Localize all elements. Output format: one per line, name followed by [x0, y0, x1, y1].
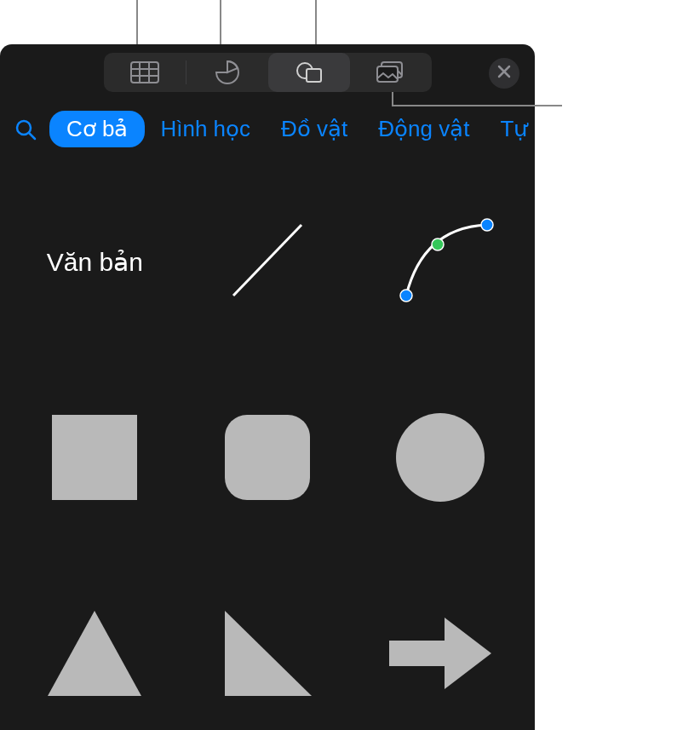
callout-line: [136, 0, 138, 44]
triangle-icon: [43, 606, 146, 700]
tab-basic[interactable]: Cơ bả: [49, 111, 145, 147]
svg-marker-22: [389, 618, 491, 689]
shape-triangle[interactable]: [35, 602, 154, 704]
close-icon: [497, 65, 511, 82]
toolbar-chart-button[interactable]: [186, 53, 268, 92]
svg-point-19: [396, 413, 485, 502]
line-icon: [216, 215, 318, 308]
svg-rect-18: [225, 415, 310, 500]
rounded-square-icon: [221, 411, 314, 504]
tab-nature[interactable]: Tự: [485, 111, 535, 147]
circle-icon: [393, 411, 487, 504]
close-button[interactable]: [489, 58, 519, 89]
insert-panel: Cơ bả Hình học Đồ vật Động vật Tự Văn bả…: [0, 44, 535, 730]
search-icon[interactable]: [14, 118, 37, 141]
callout-line: [392, 92, 393, 106]
right-triangle-icon: [218, 606, 316, 700]
tab-animals[interactable]: Động vật: [363, 111, 485, 147]
svg-marker-21: [225, 611, 312, 696]
shape-rounded-square[interactable]: [208, 406, 327, 509]
svg-point-14: [400, 290, 412, 302]
toolbar-image-button[interactable]: [350, 53, 432, 92]
shape-line[interactable]: [208, 210, 327, 313]
svg-marker-20: [48, 611, 141, 696]
image-icon: [376, 61, 406, 83]
svg-point-15: [481, 219, 493, 231]
toolbar: [0, 44, 535, 95]
shapes-grid: Văn bản: [0, 159, 535, 704]
svg-line-13: [233, 225, 301, 296]
shape-curve[interactable]: [381, 210, 500, 313]
text-shape-label: Văn bản: [47, 247, 143, 277]
table-icon: [130, 61, 159, 83]
shape-circle[interactable]: [381, 406, 500, 509]
svg-rect-17: [52, 415, 137, 500]
tab-geometry[interactable]: Hình học: [145, 111, 266, 147]
chart-icon: [215, 60, 240, 85]
callout-line: [392, 105, 562, 106]
shape-arrow[interactable]: [381, 602, 500, 704]
callout-line: [220, 0, 221, 44]
svg-rect-0: [131, 62, 158, 83]
curve-icon: [385, 215, 496, 308]
arrow-icon: [385, 611, 496, 696]
shape-text[interactable]: Văn bản: [35, 210, 154, 313]
shape-square[interactable]: [35, 406, 154, 509]
svg-point-16: [432, 239, 444, 250]
shapes-icon: [295, 60, 324, 84]
svg-rect-6: [307, 69, 321, 82]
svg-line-12: [29, 133, 35, 139]
svg-rect-8: [377, 66, 398, 82]
tab-objects[interactable]: Đồ vật: [266, 111, 363, 147]
segmented-control: [104, 53, 432, 92]
toolbar-table-button[interactable]: [104, 53, 186, 92]
toolbar-shapes-button[interactable]: [268, 53, 350, 92]
shape-right-triangle[interactable]: [208, 602, 327, 704]
callout-line: [315, 0, 317, 44]
square-icon: [48, 411, 141, 504]
